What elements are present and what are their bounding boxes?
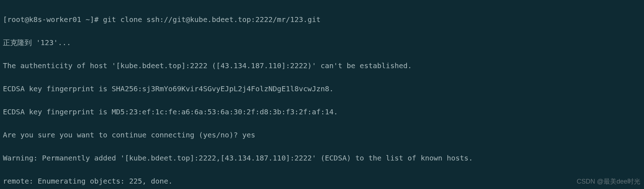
user-input-yes[interactable]: yes (242, 131, 255, 139)
terminal-line-output: The authenticity of host '[kube.bdeet.to… (3, 60, 641, 71)
host-auth-question: Are you sure you want to continue connec… (3, 131, 242, 139)
terminal-line-output: ECDSA key fingerprint is MD5:23:ef:1c:fe… (3, 106, 641, 118)
terminal-line-output: remote: Enumerating objects: 225, done. (3, 175, 641, 187)
shell-command: git clone ssh://git@kube.bdeet.top:2222/… (103, 15, 321, 24)
shell-prompt: [root@k8s-worker01 ~]# (3, 15, 103, 24)
terminal-line-prompt: [root@k8s-worker01 ~]# git clone ssh://g… (3, 14, 641, 25)
terminal-line-output: Are you sure you want to continue connec… (3, 129, 641, 141)
terminal-line-output: 正克隆到 '123'... (3, 37, 641, 48)
terminal-line-output: Warning: Permanently added '[kube.bdeet.… (3, 152, 641, 164)
watermark-text: CSDN @最美dee时光 (577, 176, 640, 187)
terminal-line-output: ECDSA key fingerprint is SHA256:sj3RmYo6… (3, 83, 641, 94)
